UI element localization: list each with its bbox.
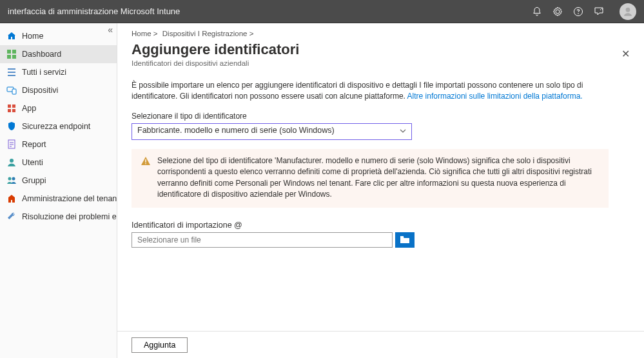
sidebar-label: Dashboard	[22, 50, 61, 59]
identifier-type-select[interactable]: Fabbricante. modello e numero di serie (…	[132, 123, 412, 140]
sidebar-item-dashboard[interactable]: Dashboard	[0, 45, 117, 63]
sidebar-item-tenant-admin[interactable]: Amministrazione del tenant	[0, 190, 117, 208]
sidebar-item-reports[interactable]: Report	[0, 135, 117, 154]
svg-rect-4	[12, 50, 16, 54]
breadcrumb-home[interactable]: Home >	[132, 30, 158, 37]
sidebar-label: Dispositivi	[22, 86, 58, 95]
svg-rect-8	[12, 89, 16, 94]
file-select-input[interactable]	[132, 232, 393, 248]
sidebar-label: Home	[22, 32, 43, 41]
breadcrumb: Home > Dispositivi I Registrazione >	[132, 30, 626, 37]
content: Home > Dispositivi I Registrazione > Agg…	[117, 23, 644, 358]
groups-icon	[6, 175, 17, 186]
svg-rect-18	[145, 163, 146, 164]
svg-rect-5	[7, 55, 11, 59]
sidebar-item-users[interactable]: Utenti	[0, 154, 117, 172]
list-icon	[6, 67, 17, 77]
sidebar-label: Sicurezza endpoint	[22, 122, 90, 131]
sidebar-item-groups[interactable]: Gruppi	[0, 172, 117, 190]
feedback-icon[interactable]	[594, 6, 604, 17]
sidebar-label: Tutti i servizi	[22, 68, 66, 77]
warning-icon	[141, 156, 151, 201]
help-icon[interactable]	[573, 6, 583, 17]
app-title: interfaccia di amministrazione Microsoft…	[8, 6, 180, 16]
home-icon	[6, 31, 17, 41]
sidebar-item-apps[interactable]: App	[0, 99, 117, 117]
close-icon[interactable]: ✕	[621, 48, 630, 60]
devices-icon	[6, 85, 17, 95]
learn-more-link[interactable]: Altre informazioni sulle limitazioni del…	[407, 92, 583, 101]
svg-rect-9	[8, 104, 11, 108]
browse-file-button[interactable]	[395, 232, 415, 248]
svg-rect-6	[12, 55, 16, 59]
tenant-icon	[6, 194, 17, 204]
sidebar: « Home Dashboard Tutti i servizi Disposi…	[0, 23, 117, 358]
sidebar-label: Amministrazione del tenant	[22, 194, 117, 203]
svg-rect-10	[12, 104, 15, 108]
topbar: interfaccia di amministrazione Microsoft…	[0, 0, 644, 23]
user-icon	[6, 157, 17, 168]
user-avatar[interactable]	[620, 3, 636, 20]
footer: Aggiunta	[117, 331, 644, 358]
sidebar-item-all-services[interactable]: Tutti i servizi	[0, 63, 117, 81]
sidebar-item-endpoint-security[interactable]: Sicurezza endpoint	[0, 117, 117, 135]
svg-point-15	[8, 177, 12, 181]
svg-rect-19	[400, 236, 404, 237]
topbar-actions	[532, 3, 636, 20]
import-row	[132, 232, 626, 248]
sidebar-label: App	[22, 104, 36, 113]
import-label: Identificatori di importazione @	[132, 221, 626, 230]
warning-panel: Selezione del tipo di identificatore 'Ma…	[132, 149, 609, 208]
wrench-icon	[6, 212, 17, 222]
sidebar-label: Gruppi	[22, 176, 46, 185]
apps-icon	[6, 103, 17, 114]
sidebar-label: Utenti	[22, 158, 43, 167]
dashboard-icon	[6, 49, 17, 59]
svg-point-2	[626, 7, 630, 12]
svg-point-14	[10, 159, 14, 163]
svg-point-16	[12, 177, 15, 181]
breadcrumb-enrollment[interactable]: Dispositivi I Registrazione >	[162, 30, 254, 37]
warning-text: Selezione del tipo di identificatore 'Ma…	[157, 155, 600, 201]
shield-icon	[6, 121, 17, 132]
sidebar-label: Report	[22, 140, 46, 149]
page-title: Aggiungere identificatori	[132, 41, 626, 58]
page-description: È possibile importare un elenco per aggi…	[132, 80, 609, 103]
sidebar-item-troubleshoot[interactable]: Risoluzione dei problemi e supporto	[0, 208, 117, 226]
identifier-type-label: Selezionare il tipo di identificatore	[132, 112, 626, 121]
report-icon	[6, 139, 17, 150]
svg-rect-11	[8, 109, 11, 112]
svg-rect-3	[7, 50, 11, 54]
sidebar-label: Risoluzione dei problemi e supporto	[22, 212, 117, 221]
sidebar-item-devices[interactable]: Dispositivi	[0, 81, 117, 99]
notifications-icon[interactable]	[532, 6, 542, 17]
identifier-type-value: Fabbricante. modello e numero di serie (…	[132, 123, 412, 140]
svg-rect-17	[145, 159, 146, 163]
add-button[interactable]: Aggiunta	[132, 337, 188, 353]
svg-rect-12	[12, 109, 15, 112]
settings-icon[interactable]	[552, 6, 563, 17]
collapse-sidebar-icon[interactable]: «	[108, 25, 113, 35]
svg-point-1	[600, 9, 601, 10]
sidebar-item-home[interactable]: Home	[0, 27, 117, 45]
page-subtitle: Identificatori dei dispositivi aziendali	[132, 59, 626, 67]
